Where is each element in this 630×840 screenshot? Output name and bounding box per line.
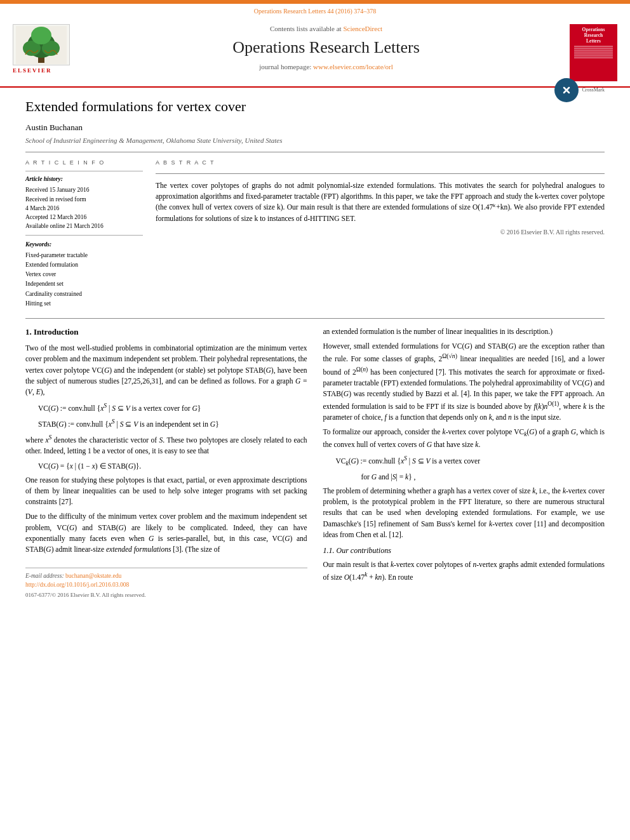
contents-line: Contents lists available at ScienceDirec… (95, 24, 557, 34)
footer-section: E-mail address: buchanan@okstate.edu htt… (25, 568, 307, 599)
keywords-divider (25, 235, 143, 236)
date-accepted: Accepted 12 March 2016 (25, 213, 143, 222)
cover-line-1 (574, 46, 612, 47)
keyword-3: Vertex cover (25, 270, 143, 279)
right-para4: The problem of determining whether a gra… (323, 486, 605, 540)
section-title-text: Introduction (34, 327, 79, 337)
abstract-copyright: © 2016 Elsevier B.V. All rights reserved… (156, 228, 605, 237)
article-info-column: A R T I C L E I N F O Article history: R… (25, 159, 143, 309)
email-link[interactable]: buchanan@okstate.edu (65, 573, 121, 579)
right-para5: Our main result is that k-vertex cover p… (323, 559, 605, 583)
paper-divider (25, 152, 605, 152)
keyword-2: Extended formulation (25, 260, 143, 270)
author-affiliation: School of Industrial Engineering & Manag… (25, 136, 605, 145)
article-info-divider (25, 171, 143, 171)
journal-cover-image: OperationsResearchLetters (570, 24, 617, 81)
doi-top-text: Operations Research Letters 44 (2016) 37… (254, 8, 376, 15)
cover-line-4 (574, 51, 612, 53)
main-left-column: 1. Introduction Two of the most well-stu… (25, 326, 307, 599)
abstract-text: The vertex cover polytopes of graphs do … (156, 180, 605, 224)
intro-para3: One reason for studying these polytopes … (25, 475, 307, 508)
keyword-4: Independent set (25, 279, 143, 289)
intro-section-title: 1. Introduction (25, 326, 307, 338)
intro-para1: Two of the most well-studied problems in… (25, 343, 307, 397)
elsevier-svg (16, 26, 67, 64)
date-online: Available online 21 March 2016 (25, 222, 143, 230)
email-footnote: E-mail address: buchanan@okstate.edu (25, 572, 307, 580)
keywords-label: Keywords: (25, 241, 143, 249)
intro-para2: where xS denotes the characteristic vect… (25, 433, 307, 457)
intro-para4: Due to the difficulty of the minimum ver… (25, 511, 307, 555)
cover-lines (572, 46, 615, 58)
paper-section: Extended formulations for vertex cover C… (0, 88, 630, 152)
logo-graphic (13, 24, 70, 65)
abstract-heading: A B S T R A C T (156, 159, 605, 167)
article-info-abstract-section: A R T I C L E I N F O Article history: R… (0, 159, 630, 309)
crossmark-icon (554, 78, 579, 102)
journal-title-center: Contents lists available at ScienceDirec… (83, 24, 570, 72)
cover-line-7 (574, 57, 612, 58)
abstract-top-divider (156, 173, 605, 174)
cover-line-3 (574, 50, 612, 51)
journal-homepage: journal homepage: www.elsevier.com/locat… (95, 62, 557, 72)
crossmark-label: CrossMark (582, 87, 605, 93)
right-para1: an extended formulation is the number of… (323, 326, 605, 337)
homepage-label: journal homepage: (259, 63, 311, 70)
journal-header: ELSEVIER Contents lists available at Sci… (0, 19, 630, 81)
homepage-link[interactable]: www.elsevier.com/locate/orl (313, 63, 393, 70)
date-received: Received 15 January 2016 (25, 185, 143, 194)
abstract-column: A B S T R A C T The vertex cover polytop… (156, 159, 605, 309)
svg-point-5 (31, 27, 51, 44)
keyword-6: Hitting set (25, 299, 143, 309)
right-math1: VCk(G) := conv.hull {xS | S ⊆ V is a ver… (336, 454, 605, 468)
cover-line-2 (574, 48, 612, 49)
paper-title: Extended formulations for vertex cover (25, 97, 554, 117)
doi-footer[interactable]: http://dx.doi.org/10.1016/j.orl.2016.03.… (25, 581, 307, 589)
copyright-footer: 0167-6377/© 2016 Elsevier B.V. All right… (25, 591, 307, 599)
right-para3: To formalize our approach, consider the … (323, 427, 605, 450)
keyword-1: Fixed-parameter tractable (25, 251, 143, 260)
date-revised: 4 March 2016 (25, 204, 143, 213)
date-revised-label: Received in revised form (25, 195, 143, 204)
math-relation: VC(G) = {x | (1 − x) ∈ STAB(G)}. (38, 461, 307, 471)
elsevier-logo: ELSEVIER (13, 24, 83, 75)
main-right-column: an extended formulation is the number of… (323, 326, 605, 599)
crossmark-badge-area[interactable]: CrossMark (554, 78, 605, 102)
keyword-5: Cardinality constrained (25, 290, 143, 299)
cover-line-5 (574, 53, 612, 55)
cover-title: OperationsResearchLetters (582, 27, 605, 44)
elsevier-wordmark: ELSEVIER (13, 67, 83, 75)
contents-text: Contents lists available at (270, 25, 342, 32)
crossmark-svg (559, 83, 574, 98)
subsection-title: 1.1. Our contributions (323, 545, 605, 556)
article-info-heading: A R T I C L E I N F O (25, 159, 143, 167)
doi-top-line: Operations Research Letters 44 (2016) 37… (0, 4, 630, 19)
right-math2: for G and |S| = k} , (361, 472, 605, 482)
sciencedirect-link[interactable]: ScienceDirect (343, 25, 382, 32)
journal-main-title: Operations Research Letters (95, 36, 557, 59)
author-name: Austin Buchanan (25, 122, 605, 133)
math-vc: VC(G) := conv.hull {xS | S ⊆ V is a vert… (38, 401, 307, 413)
section-num: 1. (25, 327, 32, 337)
math-stab: STAB(G) := conv.hull {xS | S ⊆ V is an i… (38, 417, 307, 429)
main-content-divider (25, 318, 605, 319)
history-label: Article history: (25, 175, 143, 183)
main-two-col: 1. Introduction Two of the most well-stu… (0, 326, 630, 599)
right-para2: However, small extended formulations for… (323, 341, 605, 423)
cover-line-6 (574, 55, 612, 57)
